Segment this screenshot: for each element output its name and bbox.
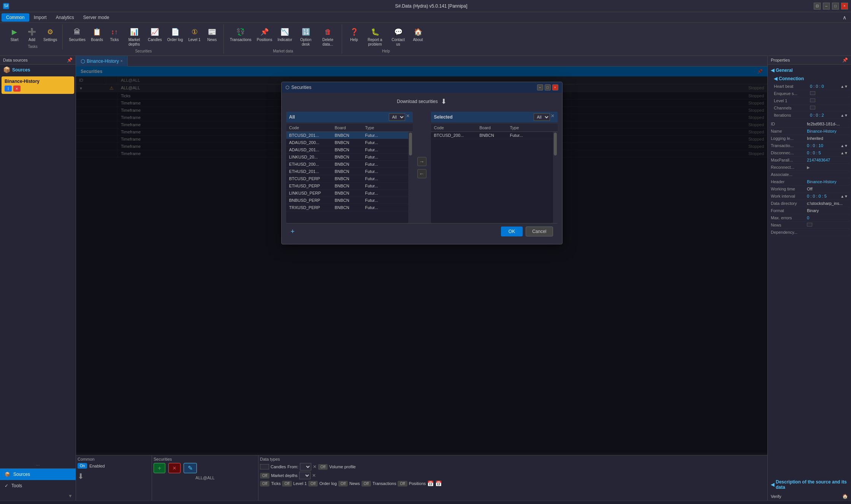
modal-selected-row-0[interactable]: BTCUSD_200... BNBCN Futur...	[431, 132, 558, 139]
maximize-btn[interactable]: □	[832, 3, 839, 10]
market-depths-toggle[interactable]: Off	[260, 473, 269, 479]
menu-server-mode[interactable]: Server mode	[79, 13, 114, 22]
prop-iterations: Iterations 0 : 0 : 2 ▲▼	[772, 112, 849, 119]
desc-section-title[interactable]: ◀ Description of the source and its data	[771, 479, 848, 490]
sidebar-item-sources[interactable]: 📦 Sources	[0, 469, 76, 480]
source-toggle-btn[interactable]: I	[5, 86, 12, 92]
candles-toggle[interactable]	[260, 464, 269, 469]
modal-left-scrollbar[interactable]	[408, 132, 413, 223]
news-checkbox[interactable]	[807, 223, 812, 227]
level1-toggle[interactable]: Off	[282, 481, 292, 487]
general-section-title[interactable]: ◀ General	[769, 66, 849, 74]
transactions-ribbon-btn[interactable]: 💱 Transactions	[228, 25, 254, 44]
restore-btn[interactable]: ⊡	[814, 3, 821, 10]
source-close-btn[interactable]: ×	[13, 86, 20, 92]
tab-close-btn[interactable]: ×	[120, 59, 123, 63]
start-button[interactable]: ▶ Start	[6, 25, 23, 44]
start-icon: ▶	[9, 27, 20, 37]
market-depths-select[interactable]	[299, 472, 311, 479]
positions-toggle[interactable]: Off	[398, 481, 407, 487]
props-pin[interactable]: 📌	[842, 57, 848, 63]
level1-ribbon-btn[interactable]: ① Level 1	[186, 25, 203, 44]
modal-close-btn[interactable]: ×	[552, 84, 558, 90]
about-ribbon-btn[interactable]: 🏠 About	[410, 25, 426, 44]
modal-row-0[interactable]: BTCUSD_201... BNBCN Futur...	[286, 132, 413, 139]
contact-us-ribbon-btn[interactable]: 💬 Contact us	[388, 25, 409, 48]
level1-checkbox[interactable]	[810, 98, 815, 102]
calendar-icon[interactable]: 📅	[427, 480, 434, 487]
option-desk-ribbon-btn[interactable]: 🔢 Option desk	[295, 25, 317, 48]
market-depths-clear-btn[interactable]: ✕	[312, 473, 316, 478]
modal-row-9[interactable]: BNBUSD_PERP BNBCN Futur...	[286, 197, 413, 204]
order-log-toggle[interactable]: Off	[308, 481, 318, 487]
reconnect-expand-icon[interactable]: ▶	[807, 165, 810, 170]
ticks-toggle[interactable]: Off	[260, 481, 269, 487]
modal-cancel-btn[interactable]: Cancel	[526, 227, 553, 236]
prop-associate: Associate...	[769, 171, 849, 178]
modal-row-5[interactable]: ETHUSD_201... BNBCN Futur...	[286, 168, 413, 175]
modal-add-btn[interactable]: +	[291, 228, 295, 236]
modal-all-clear-btn[interactable]: ✕	[406, 113, 410, 121]
menu-import[interactable]: Import	[29, 13, 51, 22]
help-ribbon-btn[interactable]: ❓ Help	[346, 25, 363, 44]
report-problem-ribbon-btn[interactable]: 🐛 Report a problem	[363, 25, 387, 48]
modal-selected-dropdown[interactable]: All	[534, 113, 550, 121]
menu-analytics[interactable]: Analytics	[51, 13, 79, 22]
sidebar-dots[interactable]: ...	[0, 460, 76, 468]
vol-profile-toggle[interactable]: Off	[318, 464, 328, 470]
modal-row-8[interactable]: LINKUSD_PERP BNBCN Futur...	[286, 190, 413, 197]
sidebar-item-tools[interactable]: ✓ Tools	[0, 480, 76, 491]
calendar2-icon[interactable]: 📅	[435, 480, 442, 487]
candles-clear-btn[interactable]: ✕	[313, 464, 317, 469]
minimize-btn[interactable]: –	[823, 3, 830, 10]
modal-row-2[interactable]: ADAUSD_201... BNBCN Futur...	[286, 146, 413, 154]
transfer-right-btn[interactable]: →	[417, 157, 426, 166]
order-log-ribbon-btn[interactable]: 📄 Order log	[165, 25, 185, 44]
news-toggle[interactable]: Off	[338, 481, 348, 487]
transfer-left-btn[interactable]: ←	[417, 169, 426, 178]
sec-edit-btn[interactable]: ✎	[184, 463, 197, 473]
modal-minimize-btn[interactable]: –	[537, 84, 543, 90]
positions-ribbon-btn[interactable]: 📌 Positions	[255, 25, 275, 44]
menu-common[interactable]: Common	[2, 13, 29, 22]
delete-data-ribbon-btn[interactable]: 🗑 Delete data...	[317, 25, 339, 48]
connection-section-title[interactable]: ◀ Connection	[772, 74, 849, 83]
modal-row-4[interactable]: ETHUSD_200... BNBCN Futur...	[286, 161, 413, 168]
enqueue-checkbox[interactable]	[810, 91, 815, 95]
sidebar-scroll-down[interactable]: ▼	[0, 491, 76, 501]
modal-row-6[interactable]: BTCUSD_PERP BNBCN Futur...	[286, 175, 413, 182]
settings-button[interactable]: ⚙ Settings	[41, 25, 59, 44]
modal-all-dropdown[interactable]: All	[389, 113, 405, 121]
modal-row-7[interactable]: ETHUSD_PERP BNBCN Futur...	[286, 182, 413, 190]
boards-ribbon-btn[interactable]: 📋 Boards	[89, 25, 105, 44]
modal-ok-btn[interactable]: OK	[501, 227, 523, 236]
add-button[interactable]: ➕ Add	[24, 25, 40, 44]
sec-del-btn[interactable]: ×	[168, 463, 180, 473]
close-btn[interactable]: ×	[841, 3, 848, 10]
indicator-ribbon-btn[interactable]: 📉 Indicator	[275, 25, 294, 44]
verify-icon[interactable]: 🏠	[842, 494, 848, 499]
menu-close[interactable]: ∧	[840, 14, 849, 21]
sidebar-pin-btn[interactable]: 📌	[67, 57, 73, 63]
transactions-toggle[interactable]: Off	[361, 481, 371, 487]
modal-restore-btn[interactable]: □	[545, 84, 551, 90]
tab-binance-history[interactable]: ⬡ Binance-History ×	[76, 56, 128, 67]
report-problem-icon: 🐛	[370, 27, 380, 37]
ticks-ribbon-btn[interactable]: ↕↑ Ticks	[106, 25, 123, 44]
about-icon: 🏠	[413, 27, 423, 37]
common-on-btn[interactable]: On	[78, 463, 87, 469]
news-ribbon-btn[interactable]: 📰 News	[204, 25, 220, 44]
prop-format: Format Binary	[769, 207, 849, 214]
sec-add-btn[interactable]: +	[154, 463, 165, 473]
modal-right-scrollbar[interactable]	[553, 132, 558, 223]
modal-row-3[interactable]: LINKUSD_20... BNBCN Futur...	[286, 154, 413, 161]
securities-ribbon-btn[interactable]: 🏛 Securities	[67, 25, 88, 44]
modal-row-1[interactable]: ADAUSD_200... BNBCN Futur...	[286, 139, 413, 146]
market-depths-ribbon-btn[interactable]: 📊 Market depths	[124, 25, 145, 48]
candles-from-select[interactable]	[300, 463, 311, 471]
modal-selected-clear-btn[interactable]: ✕	[551, 113, 555, 121]
modal-row-10[interactable]: TRXUSD_PERP BNBCN Futur...	[286, 204, 413, 211]
props-verify-row: Verify 🏠	[768, 492, 851, 501]
candles-ribbon-btn[interactable]: 📈 Candles	[146, 25, 164, 44]
channels-checkbox[interactable]	[810, 106, 815, 109]
